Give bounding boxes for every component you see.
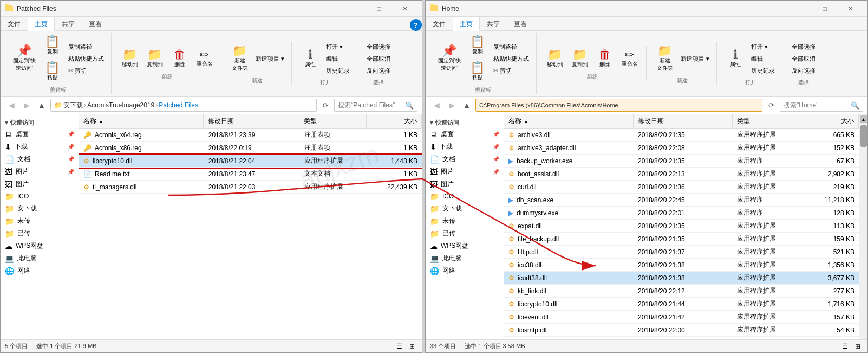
left-sidebar-pc[interactable]: 💻 此电脑 xyxy=(1,252,79,265)
left-rename-button[interactable]: ✏ 重命名 xyxy=(193,47,217,70)
right-paste-button[interactable]: 📋 粘贴 xyxy=(466,59,490,84)
right-up-button[interactable]: ▲ xyxy=(460,99,473,112)
right-search-input[interactable] xyxy=(784,101,849,109)
left-sidebar-network[interactable]: 🌐 网络 xyxy=(1,265,79,277)
right-col-name[interactable]: 名称 xyxy=(504,114,634,128)
left-sidebar-unsent[interactable]: 📁 未传 xyxy=(1,215,79,227)
left-col-name[interactable]: 名称 xyxy=(79,114,204,128)
table-row[interactable]: ⚙ ti_managers.dll 2018/8/21 22:03 应用程序扩展… xyxy=(79,181,422,194)
table-row[interactable]: ⚙file_backup.dll2018/8/20 21:35应用程序扩展159… xyxy=(504,233,859,246)
table-row[interactable]: ⚙libcrypto10.dll2018/8/20 21:44应用程序扩展1,7… xyxy=(504,298,859,311)
right-col-type[interactable]: 类型 xyxy=(733,114,802,128)
right-tab-home[interactable]: 主页 xyxy=(453,17,480,31)
right-copy-button[interactable]: 📋 复制 xyxy=(466,33,490,58)
left-col-date[interactable]: 修改日期 xyxy=(204,114,299,128)
right-sidebar-downloads[interactable]: ⬇ 下载 📌 xyxy=(426,140,504,153)
left-cut-button[interactable]: ✂剪切 xyxy=(66,65,107,76)
right-history-button[interactable]: 历史记录 xyxy=(748,65,778,76)
right-moveto-button[interactable]: 📁 移动到 xyxy=(543,46,567,71)
right-back-button[interactable]: ◀ xyxy=(430,99,443,112)
right-delete-button[interactable]: 🗑 删除 xyxy=(593,46,617,71)
left-address-path[interactable]: 📁 安下载 › AcronisTrueImage2019 › Patched F… xyxy=(50,99,317,112)
right-selectall-button[interactable]: 全部选择 xyxy=(789,41,818,53)
left-sidebar-wps[interactable]: ☁ WPS网盘 xyxy=(1,240,79,252)
table-row[interactable]: 🔑 Acronis_x86.reg 2018/8/22 0:19 注册表项 1 … xyxy=(79,142,422,155)
right-sidebar-network[interactable]: 🌐 网络 xyxy=(426,265,504,277)
table-row[interactable]: ⚙curl.dll2018/8/20 21:36应用程序扩展219 KB xyxy=(504,181,859,194)
right-paste-shortcut-button[interactable]: 粘贴快捷方式 xyxy=(491,53,532,65)
right-edit-button[interactable]: 编辑 xyxy=(748,53,778,65)
left-copy-path-button[interactable]: 复制路径 xyxy=(66,41,107,53)
left-moveto-button[interactable]: 📁 移动到 xyxy=(118,46,142,71)
right-copyto-button[interactable]: 📁 复制到 xyxy=(568,46,592,71)
table-row[interactable]: ▶db_scan.exe2018/8/20 22:45应用程序11,218 KB xyxy=(504,194,859,207)
left-pin-button[interactable]: 📌 固定到'快速访问' xyxy=(9,42,40,75)
table-row[interactable]: ⚙archive3_adapter.dll2018/8/20 22:08应用程序… xyxy=(504,142,859,155)
right-sidebar-wps[interactable]: ☁ WPS网盘 xyxy=(426,240,504,252)
table-row[interactable]: ⚙icu38.dll2018/8/20 21:38应用程序扩展1,356 KB xyxy=(504,259,859,272)
left-newfolder-button[interactable]: 📁 新建文件夹 xyxy=(228,42,252,75)
right-scrollbar[interactable]: ▲ xyxy=(859,114,867,339)
left-help-button[interactable]: ? xyxy=(410,19,422,31)
left-sidebar-downloads[interactable]: ⬇ 下载 📌 xyxy=(1,140,79,153)
left-delete-button[interactable]: 🗑 删除 xyxy=(168,46,192,71)
right-tab-view[interactable]: 查看 xyxy=(507,17,534,30)
table-row[interactable]: ⚙ libcrypto10.dll 2018/8/21 22:04 应用程序扩展… xyxy=(79,155,422,168)
right-address-path[interactable]: C:\Program Files (x86)\Common Files\Acro… xyxy=(475,99,762,112)
table-row[interactable]: ⚙icudt38.dll2018/8/20 21:38应用程序扩展3,677 K… xyxy=(504,272,859,285)
right-sidebar-ico[interactable]: 📁 ICO xyxy=(426,190,504,202)
right-col-size[interactable]: 大小 xyxy=(801,114,859,128)
left-sidebar-desktop[interactable]: 🖥 桌面 📌 xyxy=(1,128,79,140)
right-sidebar-andown[interactable]: 📁 安下载 xyxy=(426,202,504,215)
right-sidebar-pics2[interactable]: 🖼 图片 xyxy=(426,178,504,190)
left-back-button[interactable]: ◀ xyxy=(5,99,18,112)
left-paste-shortcut-button[interactable]: 粘贴快捷方式 xyxy=(66,53,107,65)
left-paste-button[interactable]: 📋 粘贴 xyxy=(41,59,64,84)
right-open-button[interactable]: 打开 ▾ xyxy=(748,41,778,53)
left-tab-file[interactable]: 文件 xyxy=(1,17,28,30)
right-tab-share[interactable]: 共享 xyxy=(480,17,507,30)
right-sidebar-docs[interactable]: 📄 文档 📌 xyxy=(426,153,504,165)
table-row[interactable]: 🔑 Acronis_x64.reg 2018/8/21 23:39 注册表项 1… xyxy=(79,129,422,142)
right-sidebar-pics[interactable]: 🖼 图片 📌 xyxy=(426,165,504,178)
left-grid-view-button[interactable]: ⊞ xyxy=(407,341,417,352)
right-sidebar-desktop[interactable]: 🖥 桌面 📌 xyxy=(426,128,504,140)
right-col-date[interactable]: 修改日期 xyxy=(634,114,733,128)
right-refresh-button[interactable]: ⟳ xyxy=(765,99,778,112)
right-copy-path-button[interactable]: 复制路径 xyxy=(491,41,532,53)
right-rename-button[interactable]: ✏ 重命名 xyxy=(618,47,642,70)
left-open-button[interactable]: 打开 ▾ xyxy=(323,41,353,53)
right-pin-button[interactable]: 📌 固定到'快速访问' xyxy=(434,42,465,75)
left-sidebar-sent[interactable]: 📁 已传 xyxy=(1,227,79,240)
left-history-button[interactable]: 历史记录 xyxy=(323,65,353,76)
right-sidebar-pc[interactable]: 💻 此电脑 xyxy=(426,252,504,265)
left-copyto-button[interactable]: 📁 复制到 xyxy=(143,46,167,71)
right-sidebar-sent[interactable]: 📁 已传 xyxy=(426,227,504,240)
right-maximize-button[interactable]: □ xyxy=(812,1,837,17)
left-edit-button[interactable]: 编辑 xyxy=(323,53,353,65)
table-row[interactable]: ⚙Http.dll2018/8/20 21:37应用程序扩展521 KB xyxy=(504,246,859,259)
left-tab-home[interactable]: 主页 xyxy=(28,17,55,31)
table-row[interactable]: ▶dummysrv.exe2018/8/20 22:01应用程序128 KB xyxy=(504,207,859,220)
right-tab-file[interactable]: 文件 xyxy=(426,17,453,30)
left-sidebar-docs[interactable]: 📄 文档 📌 xyxy=(1,153,79,165)
table-row[interactable]: ⚙archive3.dll2018/8/20 21:35应用程序扩展665 KB xyxy=(504,129,859,142)
left-search-input[interactable] xyxy=(338,101,403,109)
left-selectnone-button[interactable]: 全部取消 xyxy=(364,53,393,65)
left-minimize-button[interactable]: — xyxy=(341,1,366,17)
table-row[interactable]: ⚙libevent.dll2018/8/20 21:42应用程序扩展157 KB xyxy=(504,311,859,324)
right-props-button[interactable]: ℹ 属性 xyxy=(723,46,747,71)
left-col-size[interactable]: 大小 xyxy=(367,114,422,128)
left-up-button[interactable]: ▲ xyxy=(35,99,48,112)
left-forward-button[interactable]: ▶ xyxy=(20,99,33,112)
left-tab-share[interactable]: 共享 xyxy=(55,17,82,30)
left-close-button[interactable]: ✕ xyxy=(393,1,417,17)
left-sidebar-pics[interactable]: 🖼 图片 📌 xyxy=(1,165,79,178)
left-sidebar-andown[interactable]: 📁 安下载 xyxy=(1,202,79,215)
left-copy-button[interactable]: 📋 复制 xyxy=(41,33,64,58)
left-newitem-button[interactable]: 新建项目 ▾ xyxy=(253,53,287,65)
scrollbar-up[interactable]: ▲ xyxy=(860,115,867,123)
right-grid-view-button[interactable]: ⊞ xyxy=(852,341,863,352)
left-sidebar-ico[interactable]: 📁 ICO xyxy=(1,190,79,202)
left-props-button[interactable]: ℹ 属性 xyxy=(298,46,322,71)
